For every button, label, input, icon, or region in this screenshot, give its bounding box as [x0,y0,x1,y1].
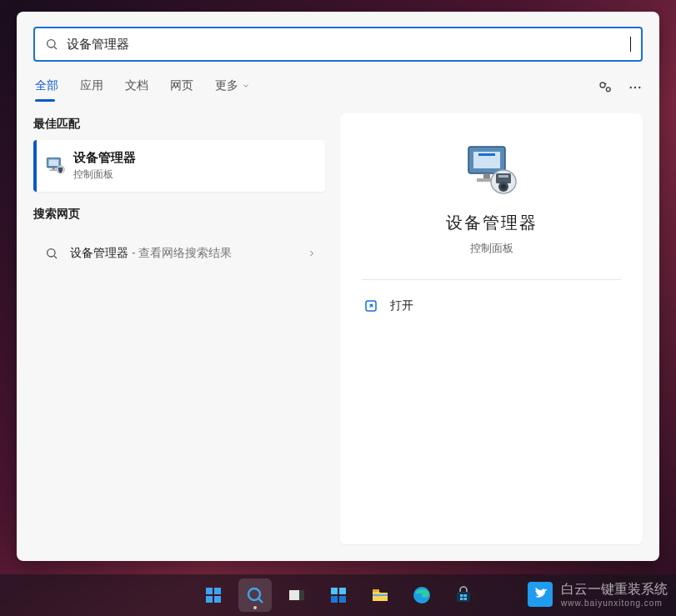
svg-rect-27 [206,588,213,594]
taskbar-search-button[interactable] [238,578,272,612]
result-title: 设备管理器 [446,212,538,234]
divider [362,279,621,280]
svg-rect-36 [339,588,346,594]
svg-point-2 [600,83,605,88]
chevron-right-icon [307,248,317,258]
taskbar-store-button[interactable] [447,578,480,612]
watermark-title: 白云一键重装系统 [561,582,668,596]
svg-rect-18 [478,153,495,156]
widgets-icon [328,585,348,605]
svg-rect-33 [289,590,299,600]
svg-rect-9 [53,168,55,169]
svg-rect-40 [373,594,388,596]
result-large-icon [462,143,522,197]
svg-rect-42 [457,592,470,602]
svg-rect-28 [214,588,221,594]
svg-line-15 [54,256,57,258]
web-search-label: 设备管理器 - 查看网络搜索结果 [70,246,232,261]
search-tabs: 全部 应用 文档 网页 更多 [33,73,252,102]
tabs-row: 全部 应用 文档 网页 更多 [17,62,659,102]
open-icon [363,298,378,313]
best-match-icon [37,156,73,176]
taskbar-edge-button[interactable] [405,578,438,612]
account-icon[interactable] [598,80,613,95]
taskbar-center [197,578,480,612]
best-match-item[interactable]: 设备管理器 控制面板 [33,140,325,192]
device-manager-icon [462,143,522,197]
task-view-icon [287,585,307,605]
search-input[interactable] [67,38,632,52]
best-match-subtitle: 控制面板 [73,168,136,182]
svg-rect-38 [339,596,346,603]
results-left-column: 最佳匹配 设备管理器 控制面板 [33,113,325,544]
tab-web[interactable]: 网页 [168,73,195,102]
svg-point-3 [606,88,610,92]
svg-line-1 [54,47,57,49]
store-icon [453,585,473,605]
taskbar-taskview-button[interactable] [280,578,313,612]
bird-icon [532,586,548,603]
result-subtitle: 控制面板 [470,241,513,256]
open-action[interactable]: 打开 [362,295,621,317]
tab-all[interactable]: 全部 [33,73,60,102]
more-options-icon[interactable] [628,80,643,95]
active-indicator [253,606,257,609]
device-manager-icon [44,156,66,176]
best-match-title: 设备管理器 [73,150,136,166]
svg-rect-35 [331,588,338,594]
watermark-url: www.baiyunxitong.com [561,598,668,608]
svg-rect-44 [463,594,467,597]
taskbar-start-button[interactable] [197,578,230,612]
search-box[interactable] [33,27,643,62]
svg-line-32 [258,598,263,603]
svg-rect-30 [214,596,221,603]
watermark: 白云一键重装系统 www.baiyunxitong.com [528,581,668,608]
svg-point-14 [48,249,55,257]
chevron-down-icon [242,82,250,90]
tab-documents[interactable]: 文档 [123,73,150,102]
web-header: 搜索网页 [33,207,325,222]
svg-rect-8 [48,159,58,166]
watermark-logo [528,582,553,607]
svg-rect-19 [483,173,490,178]
tabs-actions [598,80,643,95]
open-label: 打开 [390,298,413,313]
svg-rect-43 [460,594,463,597]
svg-rect-37 [331,596,338,603]
tab-more[interactable]: 更多 [213,73,252,102]
web-search-item[interactable]: 设备管理器 - 查看网络搜索结果 [33,235,325,272]
svg-rect-34 [299,590,304,600]
taskbar-widgets-button[interactable] [322,578,355,612]
result-detail-pane: 设备管理器 控制面板 打开 [340,113,643,544]
text-caret [630,37,631,52]
svg-point-4 [630,87,632,88]
svg-point-13 [59,170,63,173]
svg-rect-45 [460,598,463,600]
svg-point-6 [638,87,640,88]
svg-rect-39 [373,589,379,592]
svg-rect-46 [463,598,467,600]
edge-icon [412,585,432,605]
svg-point-5 [634,87,636,88]
tab-apps[interactable]: 应用 [78,73,105,102]
search-icon [245,585,265,605]
best-match-header: 最佳匹配 [33,117,325,132]
taskbar-explorer-button[interactable] [363,578,397,612]
panel-body: 最佳匹配 设备管理器 控制面板 [17,102,659,561]
svg-point-25 [501,184,506,189]
svg-point-0 [48,40,55,48]
svg-point-31 [248,588,260,600]
file-explorer-icon [370,585,390,605]
search-icon [45,38,58,51]
search-icon [45,247,58,260]
windows-logo-icon [203,585,223,605]
search-results-panel: 全部 应用 文档 网页 更多 最佳匹配 [17,12,659,561]
svg-rect-29 [206,596,213,603]
svg-rect-23 [498,175,508,178]
